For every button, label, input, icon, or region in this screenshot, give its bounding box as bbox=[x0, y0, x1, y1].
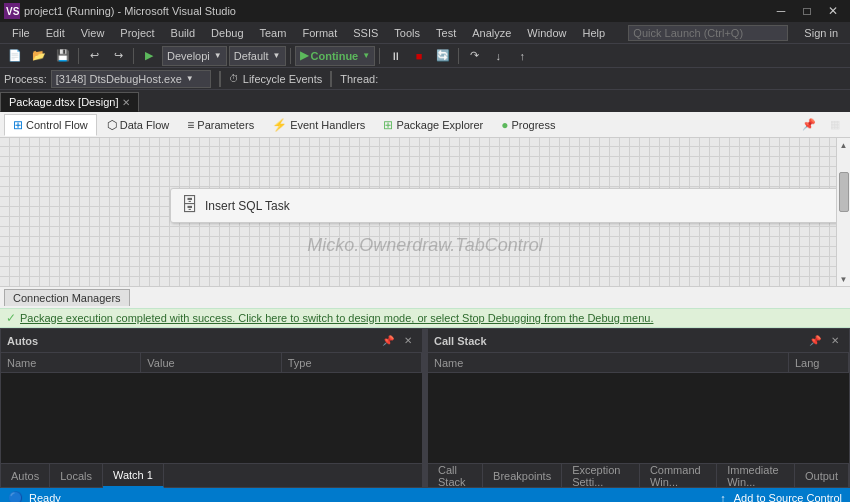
thread-label: Thread: bbox=[340, 73, 378, 85]
scroll-up-arrow[interactable]: ▲ bbox=[837, 138, 851, 152]
toolbar-redo[interactable]: ↪ bbox=[107, 46, 129, 66]
minimize-button[interactable]: ─ bbox=[768, 0, 794, 22]
menu-window[interactable]: Window bbox=[519, 22, 574, 44]
callstack-pin-btn[interactable]: 📌 bbox=[807, 333, 823, 349]
process-dropdown[interactable]: [3148] DtsDebugHost.exe ▼ bbox=[51, 70, 211, 88]
quicklaunch-input[interactable] bbox=[628, 25, 788, 41]
callstack-col-lang: Lang bbox=[789, 353, 849, 373]
progress-icon: ● bbox=[501, 118, 508, 132]
default-arrow: ▼ bbox=[273, 51, 281, 60]
designer-tab-progress[interactable]: ● Progress bbox=[493, 114, 563, 136]
designer-toolbar-right: 📌 ▦ bbox=[798, 115, 846, 135]
menu-debug[interactable]: Debug bbox=[203, 22, 251, 44]
toolbar-new[interactable]: 📄 bbox=[4, 46, 26, 66]
toolbar-sep3 bbox=[290, 48, 291, 64]
menu-tools[interactable]: Tools bbox=[386, 22, 428, 44]
lifecycle-icon: ⏱ bbox=[229, 73, 239, 84]
menu-team[interactable]: Team bbox=[252, 22, 295, 44]
menu-bar: File Edit View Project Build Debug Team … bbox=[0, 22, 850, 44]
signin-button[interactable]: Sign in bbox=[796, 27, 846, 39]
eventhandlers-label: Event Handlers bbox=[290, 119, 365, 131]
scrollbar-thumb[interactable] bbox=[839, 172, 849, 212]
doc-tab-close[interactable]: ✕ bbox=[122, 97, 130, 108]
menu-test[interactable]: Test bbox=[428, 22, 464, 44]
title-text: project1 (Running) - Microsoft Visual St… bbox=[24, 5, 768, 17]
info-icon: ✓ bbox=[6, 311, 16, 325]
eventhandlers-icon: ⚡ bbox=[272, 118, 287, 132]
tab-exception-settings[interactable]: Exception Setti... bbox=[562, 464, 640, 488]
developi-dropdown[interactable]: Developi ▼ bbox=[162, 46, 227, 66]
developi-arrow: ▼ bbox=[214, 51, 222, 60]
toolbar-open[interactable]: 📂 bbox=[28, 46, 50, 66]
autos-panel-title: Autos bbox=[7, 335, 376, 347]
designer-options-btn[interactable]: ▦ bbox=[824, 115, 846, 135]
menu-project[interactable]: Project bbox=[112, 22, 162, 44]
toolbar-save[interactable]: 💾 bbox=[52, 46, 74, 66]
autos-pin-btn[interactable]: 📌 bbox=[380, 333, 396, 349]
task-widget[interactable]: 🗄 Insert SQL Task ✓ bbox=[170, 188, 850, 223]
designer-pin-btn[interactable]: 📌 bbox=[798, 115, 820, 135]
designer-tab-controlflow[interactable]: ⊞ Control Flow bbox=[4, 114, 97, 136]
search-quicklaunch[interactable] bbox=[620, 25, 796, 41]
parameters-icon: ≡ bbox=[187, 118, 194, 132]
dataflow-label: Data Flow bbox=[120, 119, 170, 131]
doc-tab-label: Package.dtsx [Design] bbox=[9, 96, 118, 108]
status-bar: 🔵 Ready ↑ Add to Source Control bbox=[0, 488, 850, 502]
toolbar-start-debug[interactable]: ▶ bbox=[138, 46, 160, 66]
continue-dropdown[interactable]: ▶ Continue ▼ bbox=[295, 46, 376, 66]
menu-format[interactable]: Format bbox=[294, 22, 345, 44]
menu-ssis[interactable]: SSIS bbox=[345, 22, 386, 44]
toolbar-pause[interactable]: ⏸ bbox=[384, 46, 406, 66]
dataflow-icon: ⬡ bbox=[107, 118, 117, 132]
doc-tab-package[interactable]: Package.dtsx [Design] ✕ bbox=[0, 92, 139, 112]
autos-close-btn[interactable]: ✕ bbox=[400, 333, 416, 349]
default-dropdown[interactable]: Default ▼ bbox=[229, 46, 286, 66]
tab-command-window[interactable]: Command Win... bbox=[640, 464, 717, 488]
tab-autos[interactable]: Autos bbox=[1, 464, 50, 488]
callstack-col-header: Name Lang bbox=[428, 353, 849, 373]
controlflow-label: Control Flow bbox=[26, 119, 88, 131]
designer-tab-dataflow[interactable]: ⬡ Data Flow bbox=[99, 114, 178, 136]
toolbar-sep2 bbox=[133, 48, 134, 64]
tab-output[interactable]: Output bbox=[795, 464, 849, 488]
designer-tab-packageexplorer[interactable]: ⊞ Package Explorer bbox=[375, 114, 491, 136]
tab-callstack[interactable]: Call Stack bbox=[428, 464, 483, 488]
callstack-close-btn[interactable]: ✕ bbox=[827, 333, 843, 349]
autos-col-type: Type bbox=[282, 353, 422, 373]
toolbar-step-over[interactable]: ↷ bbox=[463, 46, 485, 66]
scroll-down-arrow[interactable]: ▼ bbox=[837, 272, 851, 286]
toolbar-sep5 bbox=[458, 48, 459, 64]
toolbar-sep1 bbox=[78, 48, 79, 64]
status-source-control-text[interactable]: Add to Source Control bbox=[734, 492, 842, 502]
info-bar-text[interactable]: Package execution completed with success… bbox=[20, 312, 653, 324]
process-bar: Process: [3148] DtsDebugHost.exe ▼ ⏱ Lif… bbox=[0, 68, 850, 90]
menu-build[interactable]: Build bbox=[163, 22, 203, 44]
toolbar-step-out[interactable]: ↑ bbox=[511, 46, 533, 66]
title-bar-controls: ─ □ ✕ bbox=[768, 0, 846, 22]
tab-watch1[interactable]: Watch 1 bbox=[103, 464, 164, 488]
menu-file[interactable]: File bbox=[4, 22, 38, 44]
lifecycle-label: Lifecycle Events bbox=[243, 73, 322, 85]
lifecycle-sep bbox=[330, 71, 332, 87]
menu-edit[interactable]: Edit bbox=[38, 22, 73, 44]
close-button[interactable]: ✕ bbox=[820, 0, 846, 22]
svg-text:VS: VS bbox=[6, 6, 20, 17]
connection-managers-tab[interactable]: Connection Managers bbox=[4, 289, 130, 306]
toolbar-sep4 bbox=[379, 48, 380, 64]
tab-locals[interactable]: Locals bbox=[50, 464, 103, 488]
toolbar-restart[interactable]: 🔄 bbox=[432, 46, 454, 66]
status-ready-text: Ready bbox=[29, 492, 61, 502]
tab-breakpoints[interactable]: Breakpoints bbox=[483, 464, 562, 488]
toolbar-step-into[interactable]: ↓ bbox=[487, 46, 509, 66]
toolbar-undo[interactable]: ↩ bbox=[83, 46, 105, 66]
designer-tab-eventhandlers[interactable]: ⚡ Event Handlers bbox=[264, 114, 373, 136]
designer-tab-parameters[interactable]: ≡ Parameters bbox=[179, 114, 262, 136]
menu-analyze[interactable]: Analyze bbox=[464, 22, 519, 44]
menu-help[interactable]: Help bbox=[574, 22, 613, 44]
process-label: Process: bbox=[4, 73, 47, 85]
maximize-button[interactable]: □ bbox=[794, 0, 820, 22]
tab-immediate-window[interactable]: Immediate Win... bbox=[717, 464, 795, 488]
toolbar-stop[interactable]: ■ bbox=[408, 46, 430, 66]
designer-scrollbar[interactable]: ▲ ▼ bbox=[836, 138, 850, 286]
menu-view[interactable]: View bbox=[73, 22, 113, 44]
